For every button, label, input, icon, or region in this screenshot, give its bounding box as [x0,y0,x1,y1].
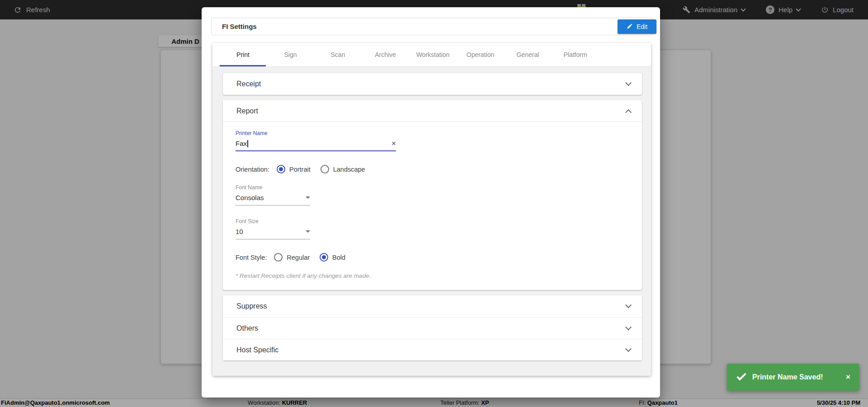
pencil-icon [627,23,633,31]
tab-platform[interactable]: Platform [552,43,599,66]
printer-name-label: Printer Name [236,130,396,136]
toast-message: Printer Name Saved! [752,373,823,381]
settings-accordion: Receipt Report Printer Name Fax × [212,67,651,360]
regular-label: Regular [287,254,310,261]
tab-sign[interactable]: Sign [267,43,314,66]
font-name-select[interactable]: Consolas [236,194,310,206]
fi-settings-dialog: FI Settings Edit Print Sign Scan Archive… [202,7,660,398]
check-icon [736,371,746,380]
font-size-label: Font Size [236,218,310,225]
font-size-field: Font Size 10 [236,218,310,239]
tab-archive[interactable]: Archive [362,43,409,66]
dropdown-arrow-icon [306,196,310,199]
toast-notification: Printer Name Saved! × [727,364,859,391]
tab-print[interactable]: Print [219,43,267,66]
edit-label: Edit [637,23,647,30]
bold-label: Bold [332,254,345,261]
font-name-label: Font Name [236,184,310,191]
radio-portrait[interactable] [277,165,285,173]
accordion-receipt[interactable]: Receipt [223,73,642,95]
chevron-down-icon [625,324,632,330]
dialog-title: FI Settings [212,23,257,30]
text-cursor [247,140,248,147]
tab-general[interactable]: General [504,43,552,66]
printer-name-input[interactable]: Fax × [236,140,396,151]
chevron-down-icon [625,80,632,86]
dialog-header: FI Settings Edit [211,18,653,35]
restart-note: * Restart Receipts client if any changes… [236,272,629,279]
clear-icon[interactable]: × [392,140,396,147]
settings-tabs: Print Sign Scan Archive Workstation Oper… [212,43,651,67]
chevron-down-icon [625,302,632,308]
edit-button[interactable]: Edit [618,19,656,34]
radio-bold[interactable] [320,253,328,262]
font-style-label: Font Style: [236,254,267,261]
orientation-group: Orientation: Portrait Landscape [236,165,629,173]
active-tab-indicator [220,65,266,66]
report-form: Printer Name Fax × Orientation: Portrait… [223,122,642,290]
landscape-label: Landscape [333,166,365,173]
accordion-group: Suppress Others Host Specific [223,295,642,360]
font-size-select[interactable]: 10 [236,228,310,239]
toast-close-icon[interactable]: × [846,373,850,382]
accordion-others[interactable]: Others [223,317,642,339]
chevron-up-icon [625,109,632,115]
radio-regular[interactable] [274,253,283,262]
settings-card: Print Sign Scan Archive Workstation Oper… [212,43,651,376]
portrait-label: Portrait [289,166,311,173]
dropdown-arrow-icon [306,230,310,233]
tab-operation[interactable]: Operation [457,43,504,66]
accordion-report-header[interactable]: Report [223,100,642,122]
printer-name-field: Printer Name Fax × [236,130,396,151]
font-name-field: Font Name Consolas [236,184,310,206]
radio-landscape[interactable] [321,165,329,173]
orientation-label: Orientation: [236,166,269,173]
accordion-host-specific[interactable]: Host Specific [223,339,642,360]
chevron-down-icon [625,346,632,352]
tab-scan[interactable]: Scan [314,43,362,66]
tab-workstation[interactable]: Workstation [409,43,457,66]
accordion-report: Report Printer Name Fax × Orientation: [223,100,642,290]
accordion-suppress[interactable]: Suppress [223,295,642,317]
font-style-group: Font Style: Regular Bold [236,253,629,262]
